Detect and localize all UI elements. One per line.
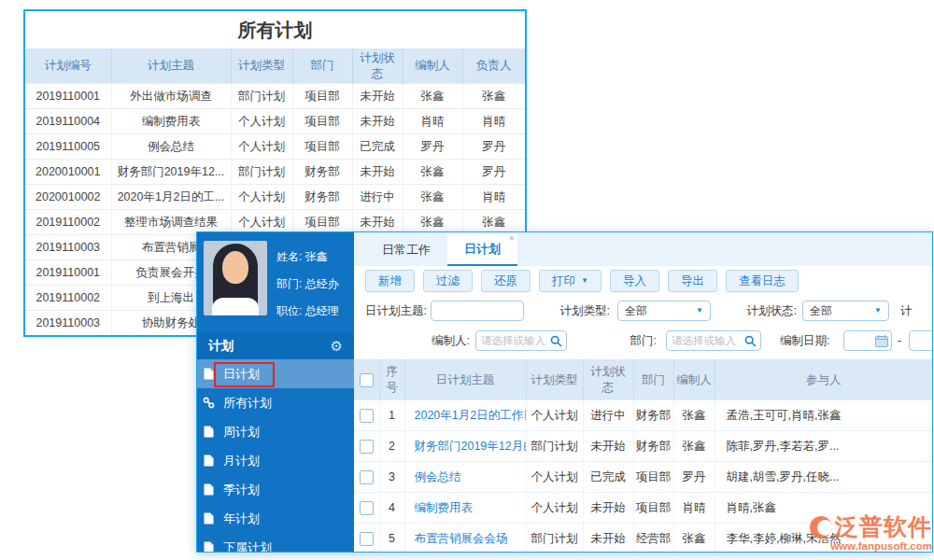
cell-compiler: 张鑫 <box>673 431 715 462</box>
sidebar-item-weekly-plan[interactable]: 周计划 <box>197 417 354 446</box>
subject-filter-input[interactable] <box>431 301 524 321</box>
search-icon[interactable] <box>550 334 563 347</box>
row-checkbox[interactable] <box>360 532 374 546</box>
dept-filter-label: 部门: <box>599 330 657 351</box>
cell-plan-no: 2020010002 <box>25 185 111 210</box>
close-icon[interactable]: × <box>509 233 515 244</box>
sidebar-item-quarterly-plan[interactable]: 季计划 <box>197 475 354 504</box>
table-row[interactable]: 2019110005例会总结个人计划项目部已完成罗丹罗丹 <box>25 134 525 160</box>
restore-button[interactable]: 还原 <box>481 270 531 292</box>
selected-value: 全部 <box>625 303 647 319</box>
column-header: 计划主题 <box>111 49 231 84</box>
subject-link[interactable]: 财务部门2019年12月的... <box>404 431 526 462</box>
cell-subject: 编制费用表 <box>111 109 231 134</box>
type-filter-select[interactable]: 全部 ▼ <box>617 301 711 321</box>
sidebar-item-subordinate-plan[interactable]: 下属计划 <box>197 533 354 553</box>
cell-index: 4 <box>379 493 404 524</box>
file-icon <box>202 426 215 438</box>
cell-index: 3 <box>379 462 404 493</box>
table-row[interactable]: 2020010001财务部门2019年12...部门计划财务部未开始张鑫罗丹 <box>25 160 525 185</box>
user-profile: 姓名: 张鑫 部门: 总经办 职位: 总经理 <box>197 232 354 332</box>
status-filter-select[interactable]: 全部 ▼ <box>802 301 889 321</box>
column-header: 部门 <box>292 49 352 84</box>
sidebar-item-all-plans[interactable]: 所有计划 <box>197 388 354 417</box>
table-row[interactable]: 20200100022020年1月2日的工...个人计划财务部进行中张鑫肖晴 <box>25 185 525 210</box>
cell-compiler: 罗丹 <box>673 462 715 493</box>
cell-status: 进行中 <box>352 185 403 210</box>
cell-plan-no: 2019110001 <box>25 84 111 109</box>
selected-value: 全部 <box>810 303 832 319</box>
import-button[interactable]: 导入 <box>610 270 659 292</box>
view-log-button[interactable]: 查看日志 <box>726 270 799 292</box>
column-header: 参与人 <box>715 360 932 400</box>
filter-button[interactable]: 过滤 <box>423 270 473 292</box>
table-row[interactable]: 1 2020年1月2日的工作日... 个人计划 进行中 财务部 张鑫 孟浩,王可… <box>354 400 932 431</box>
cell-dept: 财务部 <box>633 400 673 431</box>
cell-subject: 财务部门2019年12... <box>111 160 231 185</box>
date-range-separator: - <box>895 330 904 351</box>
subject-link[interactable]: 编制费用表 <box>404 493 526 524</box>
table-header-row: 序号 日计划主题 计划类型 计划状态 部门 编制人 参与人 <box>354 360 932 400</box>
sidebar-item-daily-plan[interactable]: 日计划 <box>197 359 354 388</box>
column-header: 日计划主题 <box>404 360 526 400</box>
checkbox-cell <box>354 400 379 431</box>
button-label: 导出 <box>681 271 704 291</box>
cell-status: 未开始 <box>352 84 403 109</box>
table-row[interactable]: 3 例会总结 个人计划 已完成 项目部 罗丹 胡建,胡雪,罗丹,任晓... <box>354 462 932 493</box>
print-button[interactable]: 打印▼ <box>539 270 601 292</box>
profile-department: 部门: 总经办 <box>276 271 339 298</box>
button-label: 打印 <box>552 271 575 291</box>
cell-dept: 财务部 <box>292 160 352 185</box>
sidebar-item-label: 年计划 <box>223 511 260 527</box>
cell-type: 个人计划 <box>231 185 292 210</box>
row-checkbox[interactable] <box>360 470 374 484</box>
tab-daily-work[interactable]: 日常工作 <box>365 233 447 266</box>
cell-status: 未开始 <box>583 493 633 524</box>
page-title: 所有计划 <box>25 11 525 49</box>
status-filter-label: 计划状态: <box>735 301 797 321</box>
cell-owner: 张鑫 <box>462 84 525 109</box>
search-icon[interactable] <box>744 334 757 347</box>
row-checkbox[interactable] <box>360 440 374 454</box>
gear-icon[interactable]: ⚙ <box>331 339 343 353</box>
subject-link[interactable]: 布置营销展会会场 <box>404 524 526 553</box>
profile-position: 职位: 总经理 <box>276 298 339 325</box>
tab-daily-plan[interactable]: 日计划 × <box>447 233 517 266</box>
calendar-icon[interactable] <box>875 334 888 347</box>
cell-type: 个人计划 <box>231 109 292 134</box>
cell-index: 1 <box>379 400 404 431</box>
subject-link[interactable]: 例会总结 <box>404 462 526 493</box>
table-row[interactable]: 2019110001外出做市场调查部门计划项目部未开始张鑫张鑫 <box>25 84 525 109</box>
add-button[interactable]: 新增 <box>365 270 415 292</box>
cell-status: 未开始 <box>352 160 403 185</box>
cell-owner: 罗丹 <box>462 134 525 160</box>
vendor-watermark: 泛普软件 www.fanpusoft.com <box>800 511 932 552</box>
sidebar-item-monthly-plan[interactable]: 月计划 <box>197 446 354 475</box>
subject-filter-label: 日计划主题: <box>360 301 427 321</box>
date-to-input[interactable] <box>909 330 933 351</box>
export-button[interactable]: 导出 <box>668 270 717 292</box>
table-row[interactable]: 2019110004编制费用表个人计划项目部未开始肖晴肖晴 <box>25 109 525 134</box>
cell-dept: 财务部 <box>292 185 352 210</box>
cell-subject: 2020年1月2日的工... <box>111 185 231 210</box>
row-checkbox[interactable] <box>360 501 374 515</box>
column-header: 计划状态 <box>583 360 633 400</box>
row-checkbox[interactable] <box>360 409 374 423</box>
button-label: 导入 <box>623 271 646 291</box>
select-all-checkbox[interactable] <box>360 373 374 387</box>
sidebar-item-yearly-plan[interactable]: 年计划 <box>197 504 354 533</box>
select-all-checkbox-cell <box>354 360 379 400</box>
table-row[interactable]: 2 财务部门2019年12月的... 部门计划 未开始 财务部 张鑫 陈菲,罗丹… <box>354 431 932 462</box>
cell-plan-no: 2019110005 <box>25 134 111 160</box>
cell-compiler: 张鑫 <box>673 400 715 431</box>
checkbox-cell <box>354 493 379 524</box>
cell-plan-no: 2019110004 <box>25 109 111 134</box>
cell-dept: 财务部 <box>633 431 673 462</box>
cell-dept: 项目部 <box>633 462 673 493</box>
cell-index: 5 <box>379 524 404 553</box>
subject-link[interactable]: 2020年1月2日的工作日... <box>404 400 526 431</box>
checkbox-cell <box>354 524 379 553</box>
cell-status: 已完成 <box>583 462 633 493</box>
cell-compiler: 张鑫 <box>673 524 715 553</box>
tab-label: 日常工作 <box>382 243 431 257</box>
